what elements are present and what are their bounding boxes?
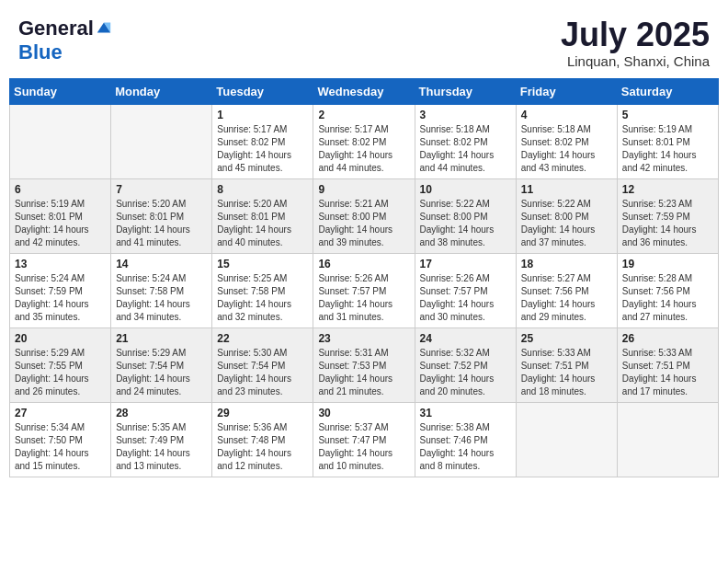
calendar-week-row: 20Sunrise: 5:29 AM Sunset: 7:55 PM Dayli… — [10, 327, 719, 402]
day-detail: Sunrise: 5:37 AM Sunset: 7:47 PM Dayligh… — [318, 421, 409, 473]
calendar-day-cell: 31Sunrise: 5:38 AM Sunset: 7:46 PM Dayli… — [415, 402, 516, 477]
day-number: 2 — [318, 109, 409, 121]
day-number: 25 — [521, 332, 612, 345]
calendar-day-cell: 29Sunrise: 5:36 AM Sunset: 7:48 PM Dayli… — [212, 402, 313, 477]
day-number: 5 — [622, 109, 713, 121]
calendar-day-cell: 7Sunrise: 5:20 AM Sunset: 8:01 PM Daylig… — [111, 178, 212, 253]
calendar-day-cell: 2Sunrise: 5:17 AM Sunset: 8:02 PM Daylig… — [313, 104, 415, 178]
calendar-day-cell: 15Sunrise: 5:25 AM Sunset: 7:58 PM Dayli… — [212, 253, 313, 327]
calendar-day-cell — [516, 402, 617, 477]
day-detail: Sunrise: 5:28 AM Sunset: 7:56 PM Dayligh… — [622, 272, 713, 324]
calendar-day-cell — [617, 402, 718, 477]
day-detail: Sunrise: 5:23 AM Sunset: 7:59 PM Dayligh… — [622, 198, 713, 249]
day-detail: Sunrise: 5:17 AM Sunset: 8:02 PM Dayligh… — [217, 123, 308, 175]
day-detail: Sunrise: 5:33 AM Sunset: 7:51 PM Dayligh… — [622, 347, 713, 398]
day-number: 7 — [116, 183, 207, 196]
day-number: 11 — [521, 183, 612, 196]
day-number: 1 — [217, 109, 308, 121]
page-header: General Blue July 2025 Linquan, Shanxi, … — [9, 9, 719, 73]
calendar-day-cell: 10Sunrise: 5:22 AM Sunset: 8:00 PM Dayli… — [415, 178, 516, 253]
calendar-day-cell: 19Sunrise: 5:28 AM Sunset: 7:56 PM Dayli… — [617, 253, 718, 327]
calendar-week-row: 27Sunrise: 5:34 AM Sunset: 7:50 PM Dayli… — [10, 402, 719, 477]
day-detail: Sunrise: 5:30 AM Sunset: 7:54 PM Dayligh… — [217, 347, 308, 398]
day-detail: Sunrise: 5:34 AM Sunset: 7:50 PM Dayligh… — [15, 421, 106, 473]
day-number: 4 — [521, 109, 612, 121]
day-number: 12 — [622, 183, 713, 196]
col-header-saturday: Saturday — [617, 78, 718, 104]
location: Linquan, Shanxi, China — [561, 53, 710, 69]
day-number: 14 — [116, 258, 207, 270]
calendar-day-cell: 16Sunrise: 5:26 AM Sunset: 7:57 PM Dayli… — [313, 253, 415, 327]
calendar-day-cell: 3Sunrise: 5:18 AM Sunset: 8:02 PM Daylig… — [415, 104, 516, 178]
calendar-day-cell — [111, 104, 212, 178]
day-number: 20 — [15, 332, 106, 345]
day-number: 8 — [217, 183, 308, 196]
day-detail: Sunrise: 5:17 AM Sunset: 8:02 PM Dayligh… — [318, 123, 409, 175]
logo-blue-text: Blue — [18, 40, 63, 64]
day-detail: Sunrise: 5:36 AM Sunset: 7:48 PM Dayligh… — [217, 421, 308, 473]
calendar-week-row: 6Sunrise: 5:19 AM Sunset: 8:01 PM Daylig… — [10, 178, 719, 253]
day-number: 23 — [318, 332, 409, 345]
day-detail: Sunrise: 5:31 AM Sunset: 7:53 PM Dayligh… — [318, 347, 409, 398]
day-number: 30 — [318, 407, 409, 419]
calendar-day-cell: 11Sunrise: 5:22 AM Sunset: 8:00 PM Dayli… — [516, 178, 617, 253]
calendar-day-cell: 8Sunrise: 5:20 AM Sunset: 8:01 PM Daylig… — [212, 178, 313, 253]
title-block: July 2025 Linquan, Shanxi, China — [561, 17, 710, 69]
calendar-day-cell: 28Sunrise: 5:35 AM Sunset: 7:49 PM Dayli… — [111, 402, 212, 477]
day-number: 31 — [420, 407, 511, 419]
day-number: 13 — [15, 258, 106, 270]
calendar-day-cell: 6Sunrise: 5:19 AM Sunset: 8:01 PM Daylig… — [10, 178, 111, 253]
day-detail: Sunrise: 5:26 AM Sunset: 7:57 PM Dayligh… — [420, 272, 511, 324]
day-detail: Sunrise: 5:27 AM Sunset: 7:56 PM Dayligh… — [521, 272, 612, 324]
day-detail: Sunrise: 5:32 AM Sunset: 7:52 PM Dayligh… — [420, 347, 511, 398]
logo: General Blue — [18, 17, 112, 64]
calendar-table: SundayMondayTuesdayWednesdayThursdayFrid… — [9, 78, 719, 477]
day-detail: Sunrise: 5:21 AM Sunset: 8:00 PM Dayligh… — [318, 198, 409, 249]
calendar-header-row: SundayMondayTuesdayWednesdayThursdayFrid… — [10, 78, 719, 104]
day-number: 18 — [521, 258, 612, 270]
day-detail: Sunrise: 5:24 AM Sunset: 7:59 PM Dayligh… — [15, 272, 106, 324]
day-detail: Sunrise: 5:38 AM Sunset: 7:46 PM Dayligh… — [420, 421, 511, 473]
calendar-day-cell: 9Sunrise: 5:21 AM Sunset: 8:00 PM Daylig… — [313, 178, 415, 253]
day-number: 21 — [116, 332, 207, 345]
calendar-day-cell: 23Sunrise: 5:31 AM Sunset: 7:53 PM Dayli… — [313, 327, 415, 402]
day-number: 6 — [15, 183, 106, 196]
col-header-thursday: Thursday — [415, 78, 516, 104]
calendar-day-cell: 20Sunrise: 5:29 AM Sunset: 7:55 PM Dayli… — [10, 327, 111, 402]
day-detail: Sunrise: 5:20 AM Sunset: 8:01 PM Dayligh… — [116, 198, 207, 249]
day-detail: Sunrise: 5:18 AM Sunset: 8:02 PM Dayligh… — [420, 123, 511, 175]
day-number: 22 — [217, 332, 308, 345]
day-detail: Sunrise: 5:29 AM Sunset: 7:54 PM Dayligh… — [116, 347, 207, 398]
calendar-day-cell: 1Sunrise: 5:17 AM Sunset: 8:02 PM Daylig… — [212, 104, 313, 178]
col-header-sunday: Sunday — [10, 78, 111, 104]
col-header-monday: Monday — [111, 78, 212, 104]
calendar-day-cell: 5Sunrise: 5:19 AM Sunset: 8:01 PM Daylig… — [617, 104, 718, 178]
calendar-day-cell: 17Sunrise: 5:26 AM Sunset: 7:57 PM Dayli… — [415, 253, 516, 327]
day-number: 26 — [622, 332, 713, 345]
month-title: July 2025 — [561, 17, 710, 53]
day-number: 3 — [420, 109, 511, 121]
day-detail: Sunrise: 5:25 AM Sunset: 7:58 PM Dayligh… — [217, 272, 308, 324]
day-detail: Sunrise: 5:35 AM Sunset: 7:49 PM Dayligh… — [116, 421, 207, 473]
calendar-day-cell: 26Sunrise: 5:33 AM Sunset: 7:51 PM Dayli… — [617, 327, 718, 402]
calendar-day-cell: 13Sunrise: 5:24 AM Sunset: 7:59 PM Dayli… — [10, 253, 111, 327]
day-number: 10 — [420, 183, 511, 196]
calendar-day-cell — [10, 104, 111, 178]
day-detail: Sunrise: 5:22 AM Sunset: 8:00 PM Dayligh… — [420, 198, 511, 249]
day-detail: Sunrise: 5:22 AM Sunset: 8:00 PM Dayligh… — [521, 198, 612, 249]
day-detail: Sunrise: 5:26 AM Sunset: 7:57 PM Dayligh… — [318, 272, 409, 324]
col-header-friday: Friday — [516, 78, 617, 104]
day-number: 28 — [116, 407, 207, 419]
calendar-week-row: 13Sunrise: 5:24 AM Sunset: 7:59 PM Dayli… — [10, 253, 719, 327]
day-detail: Sunrise: 5:19 AM Sunset: 8:01 PM Dayligh… — [15, 198, 106, 249]
day-number: 29 — [217, 407, 308, 419]
day-detail: Sunrise: 5:20 AM Sunset: 8:01 PM Dayligh… — [217, 198, 308, 249]
logo-icon — [96, 19, 112, 36]
calendar-day-cell: 30Sunrise: 5:37 AM Sunset: 7:47 PM Dayli… — [313, 402, 415, 477]
calendar-day-cell: 21Sunrise: 5:29 AM Sunset: 7:54 PM Dayli… — [111, 327, 212, 402]
day-number: 17 — [420, 258, 511, 270]
calendar-day-cell: 25Sunrise: 5:33 AM Sunset: 7:51 PM Dayli… — [516, 327, 617, 402]
day-detail: Sunrise: 5:24 AM Sunset: 7:58 PM Dayligh… — [116, 272, 207, 324]
col-header-wednesday: Wednesday — [313, 78, 415, 104]
day-detail: Sunrise: 5:19 AM Sunset: 8:01 PM Dayligh… — [622, 123, 713, 175]
